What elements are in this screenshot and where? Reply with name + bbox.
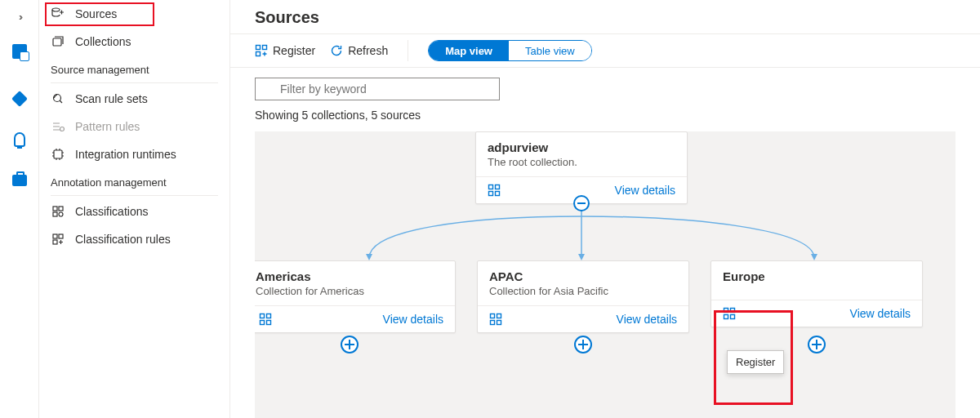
sidebar-item-label: Sources	[75, 7, 117, 20]
divider	[408, 40, 408, 61]
rail-item-management[interactable]	[0, 163, 39, 198]
sidebar-item-label: Pattern rules	[75, 120, 140, 133]
svg-rect-20	[267, 314, 271, 318]
table-view-tab[interactable]: Table view	[509, 41, 591, 60]
card-subtitle: Collection for Americas	[255, 285, 455, 305]
filter-row	[230, 68, 980, 105]
divider	[51, 195, 218, 196]
highlight-europe-register	[714, 310, 793, 405]
sidebar-section-annotation-mgmt: Annotation management	[39, 168, 229, 193]
sidebar-item-pattern-rules[interactable]: Pattern rules	[39, 113, 229, 140]
svg-point-8	[59, 212, 63, 216]
card-subtitle: The root collection.	[476, 156, 687, 176]
svg-rect-19	[261, 314, 265, 318]
svg-rect-12	[256, 46, 261, 50]
refresh-icon	[330, 44, 343, 57]
svg-rect-10	[59, 234, 63, 238]
refresh-button[interactable]: Refresh	[330, 44, 388, 57]
sidebar-item-label: Integration runtimes	[75, 148, 176, 161]
summary-text: Showing 5 collections, 5 sources	[230, 105, 980, 130]
card-subtitle	[711, 285, 922, 300]
collapse-button[interactable]	[573, 195, 590, 211]
grid-plus-icon	[255, 44, 268, 57]
rail-expand-button[interactable]: ››	[0, 0, 39, 34]
pattern-icon	[51, 119, 65, 134]
integration-icon	[51, 147, 65, 162]
sidebar-item-collections[interactable]: Collections	[39, 28, 229, 56]
toolbar: Register Refresh Map view Table view	[230, 33, 980, 68]
view-details-link[interactable]: View details	[850, 307, 911, 320]
card-title: APAC	[478, 261, 688, 285]
register-label: Register	[273, 44, 315, 57]
collection-card-americas[interactable]: Americas Collection for Americas View de…	[255, 260, 456, 333]
icon-rail: ››	[0, 0, 39, 418]
sidebar-item-label: Scan rule sets	[75, 92, 148, 105]
svg-rect-23	[491, 314, 495, 318]
svg-rect-24	[497, 314, 501, 318]
svg-rect-18	[496, 192, 500, 196]
svg-rect-16	[496, 185, 500, 189]
svg-rect-11	[53, 240, 57, 244]
card-title: adpurview	[476, 132, 687, 156]
sidebar-item-label: Collections	[75, 35, 131, 48]
card-title: Americas	[255, 261, 455, 285]
database-icon	[51, 7, 65, 21]
divider	[51, 82, 218, 83]
sidebar-item-scan-rule-sets[interactable]: Scan rule sets	[39, 85, 229, 113]
rail-item-overview[interactable]	[0, 34, 39, 69]
sidebar: Sources Collections Source management Sc…	[39, 0, 230, 418]
classification-rules-icon	[51, 232, 65, 247]
svg-rect-5	[53, 207, 57, 211]
briefcase-icon	[12, 175, 27, 186]
filter-input[interactable]	[255, 78, 500, 100]
svg-rect-7	[53, 212, 57, 216]
grid-icon[interactable]	[259, 313, 272, 326]
rail-item-insights[interactable]	[0, 122, 39, 157]
sidebar-item-classifications[interactable]: Classifications	[39, 198, 229, 225]
map-view-tab[interactable]: Map view	[429, 41, 509, 60]
sidebar-item-label: Classification rules	[75, 233, 171, 246]
view-details-link[interactable]: View details	[615, 184, 675, 197]
svg-rect-25	[491, 321, 495, 325]
grid-icon[interactable]	[488, 184, 501, 197]
refresh-label: Refresh	[348, 44, 388, 57]
sidebar-item-sources[interactable]: Sources	[39, 0, 229, 28]
overview-icon	[12, 44, 27, 59]
collection-card-apac[interactable]: APAC Collection for Asia Pacific View de…	[477, 260, 689, 333]
card-subtitle: Collection for Asia Pacific	[478, 285, 688, 305]
map-canvas[interactable]: adpurview The root collection. View deta…	[255, 131, 956, 418]
view-toggle: Map view Table view	[428, 40, 592, 61]
svg-rect-4	[54, 150, 62, 158]
bulb-icon	[14, 132, 25, 147]
svg-rect-1	[53, 38, 61, 46]
grid-icon[interactable]	[489, 313, 502, 326]
main: Sources Register Refresh Map view Table …	[230, 0, 980, 418]
svg-point-0	[52, 8, 60, 11]
expand-button-europe[interactable]	[808, 336, 826, 354]
chevrons-right-icon: ››	[19, 11, 20, 23]
diamond-icon	[11, 91, 28, 107]
svg-rect-13	[256, 52, 261, 56]
view-details-link[interactable]: View details	[383, 313, 443, 326]
collections-icon	[51, 34, 65, 49]
view-details-link[interactable]: View details	[617, 313, 677, 326]
register-button[interactable]: Register	[255, 44, 315, 57]
collection-card-root[interactable]: adpurview The root collection. View deta…	[475, 131, 688, 204]
svg-rect-6	[59, 207, 63, 211]
rail-item-catalog[interactable]	[0, 82, 39, 116]
sidebar-item-label: Classifications	[75, 205, 148, 218]
svg-rect-21	[261, 321, 265, 325]
svg-rect-22	[267, 321, 271, 325]
expand-button-americas[interactable]	[341, 336, 359, 354]
svg-rect-15	[489, 185, 493, 189]
sidebar-item-integration-runtimes[interactable]: Integration runtimes	[39, 140, 229, 168]
svg-rect-17	[489, 192, 493, 196]
svg-rect-14	[263, 46, 267, 50]
scan-icon	[51, 91, 65, 106]
classifications-icon	[51, 204, 65, 219]
page-title: Sources	[230, 0, 980, 33]
svg-point-3	[60, 127, 65, 131]
svg-rect-9	[53, 234, 57, 238]
expand-button-apac[interactable]	[574, 336, 592, 354]
sidebar-item-classification-rules[interactable]: Classification rules	[39, 225, 229, 253]
